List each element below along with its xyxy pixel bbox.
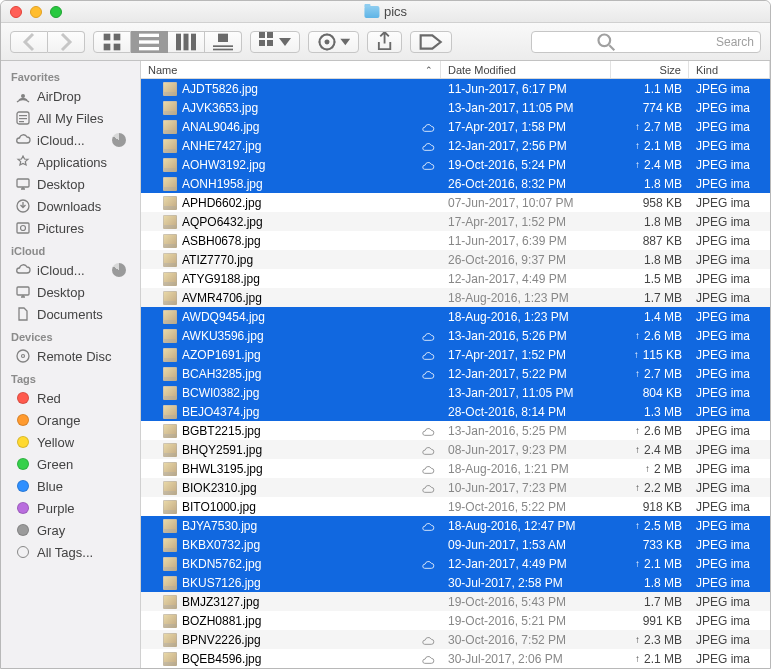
file-row[interactable]: AWKU3596.jpg13-Jan-2016, 5:26 PM2.6 MBJP…: [141, 326, 770, 345]
sidebar-item[interactable]: Desktop: [1, 173, 140, 195]
coverflow-view-button[interactable]: [205, 31, 242, 53]
file-icon: [163, 272, 177, 286]
file-row[interactable]: BHWL3195.jpg18-Aug-2016, 1:21 PM2 MBJPEG…: [141, 459, 770, 478]
file-row[interactable]: AJVK3653.jpg13-Jan-2017, 11:05 PM774 KBJ…: [141, 98, 770, 117]
file-row[interactable]: BIOK2310.jpg10-Jun-2017, 7:23 PM2.2 MBJP…: [141, 478, 770, 497]
column-size[interactable]: Size: [611, 61, 689, 78]
file-row[interactable]: BPNV2226.jpg30-Oct-2016, 7:52 PM2.3 MBJP…: [141, 630, 770, 649]
file-row[interactable]: BITO1000.jpg19-Oct-2016, 5:22 PM918 KBJP…: [141, 497, 770, 516]
sidebar-item[interactable]: Gray: [1, 519, 140, 541]
sidebar-item[interactable]: Remote Disc: [1, 345, 140, 367]
column-kind[interactable]: Kind: [689, 61, 770, 78]
file-name: BCAH3285.jpg: [182, 367, 261, 381]
svg-rect-14: [267, 32, 273, 38]
sidebar-item[interactable]: All My Files: [1, 107, 140, 129]
file-name: AONH1958.jpg: [182, 177, 263, 191]
sidebar-item[interactable]: Documents: [1, 303, 140, 325]
sidebar-item-label: Green: [37, 457, 73, 472]
file-kind: JPEG ima: [689, 595, 770, 609]
file-icon: [163, 481, 177, 495]
column-name[interactable]: Name⌃: [141, 61, 441, 78]
file-row[interactable]: BHQY2591.jpg08-Jun-2017, 9:23 PM2.4 MBJP…: [141, 440, 770, 459]
search-field[interactable]: Search: [531, 31, 761, 53]
file-row[interactable]: AWDQ9454.jpg18-Aug-2016, 1:23 PM1.4 MBJP…: [141, 307, 770, 326]
sidebar-item[interactable]: Red: [1, 387, 140, 409]
file-row[interactable]: BCAH3285.jpg12-Jan-2017, 5:22 PM2.7 MBJP…: [141, 364, 770, 383]
file-row[interactable]: APHD6602.jpg07-Jun-2017, 10:07 PM958 KBJ…: [141, 193, 770, 212]
sidebar-item[interactable]: Blue: [1, 475, 140, 497]
file-size: 1.7 MB: [611, 291, 689, 305]
sidebar-item[interactable]: Orange: [1, 409, 140, 431]
file-row[interactable]: ANAL9046.jpg17-Apr-2017, 1:58 PM2.7 MBJP…: [141, 117, 770, 136]
cloud-icon: [421, 521, 435, 531]
back-button[interactable]: [10, 31, 48, 53]
icon-view-button[interactable]: [93, 31, 131, 53]
file-name: BPNV2226.jpg: [182, 633, 261, 647]
file-name: ATYG9188.jpg: [182, 272, 260, 286]
file-name: BKUS7126.jpg: [182, 576, 261, 590]
file-row[interactable]: BMJZ3127.jpg19-Oct-2016, 5:43 PM1.7 MBJP…: [141, 592, 770, 611]
sidebar-item[interactable]: Yellow: [1, 431, 140, 453]
svg-rect-11: [213, 45, 233, 47]
file-row[interactable]: BJYA7530.jpg18-Aug-2016, 12:47 PM2.5 MBJ…: [141, 516, 770, 535]
file-icon: [163, 177, 177, 191]
file-row[interactable]: BKBX0732.jpg09-Jun-2017, 1:53 AM733 KBJP…: [141, 535, 770, 554]
tags-button[interactable]: [410, 31, 451, 53]
file-row[interactable]: AOHW3192.jpg19-Oct-2016, 5:24 PM2.4 MBJP…: [141, 155, 770, 174]
list-view-button[interactable]: [131, 31, 168, 53]
file-row[interactable]: BKUS7126.jpg30-Jul-2017, 2:58 PM1.8 MBJP…: [141, 573, 770, 592]
file-row[interactable]: AJDT5826.jpg11-Jun-2017, 6:17 PM1.1 MBJP…: [141, 79, 770, 98]
sidebar-item[interactable]: AirDrop: [1, 85, 140, 107]
file-kind: JPEG ima: [689, 386, 770, 400]
file-row[interactable]: AONH1958.jpg26-Oct-2016, 8:32 PM1.8 MBJP…: [141, 174, 770, 193]
cloud-icon: [421, 350, 435, 360]
file-row[interactable]: BKDN5762.jpg12-Jan-2017, 4:49 PM2.1 MBJP…: [141, 554, 770, 573]
sidebar-item[interactable]: Applications: [1, 151, 140, 173]
sidebar-item[interactable]: Green: [1, 453, 140, 475]
file-row[interactable]: ATIZ7770.jpg26-Oct-2016, 9:37 PM1.8 MBJP…: [141, 250, 770, 269]
file-row[interactable]: AVMR4706.jpg18-Aug-2016, 1:23 PM1.7 MBJP…: [141, 288, 770, 307]
file-name: ANAL9046.jpg: [182, 120, 259, 134]
file-name: AWDQ9454.jpg: [182, 310, 265, 324]
file-row[interactable]: BEJO4374.jpg28-Oct-2016, 8:14 PM1.3 MBJP…: [141, 402, 770, 421]
sidebar-item[interactable]: Desktop: [1, 281, 140, 303]
file-row[interactable]: AZOP1691.jpg17-Apr-2017, 1:52 PM115 KBJP…: [141, 345, 770, 364]
sidebar-item[interactable]: Pictures: [1, 217, 140, 239]
column-view-button[interactable]: [168, 31, 205, 53]
column-date[interactable]: Date Modified: [441, 61, 611, 78]
cloud-icon: [421, 654, 435, 664]
file-row[interactable]: AQPO6432.jpg17-Apr-2017, 1:52 PM1.8 MBJP…: [141, 212, 770, 231]
file-row[interactable]: ASBH0678.jpg11-Jun-2017, 6:39 PM887 KBJP…: [141, 231, 770, 250]
file-size: 918 KB: [611, 500, 689, 514]
file-date: 12-Jan-2017, 4:49 PM: [441, 557, 611, 571]
action-button[interactable]: [308, 31, 359, 53]
sidebar-item[interactable]: Downloads: [1, 195, 140, 217]
sidebar-item-label: Orange: [37, 413, 80, 428]
sidebar-item[interactable]: Purple: [1, 497, 140, 519]
forward-button[interactable]: [48, 31, 85, 53]
file-row[interactable]: ATYG9188.jpg12-Jan-2017, 4:49 PM1.5 MBJP…: [141, 269, 770, 288]
cloud-icon: [421, 483, 435, 493]
file-icon: [163, 348, 177, 362]
file-row[interactable]: BCWI0382.jpg13-Jan-2017, 11:05 PM804 KBJ…: [141, 383, 770, 402]
close-button[interactable]: [10, 6, 22, 18]
arrange-button[interactable]: [250, 31, 300, 53]
file-name: AZOP1691.jpg: [182, 348, 261, 362]
sidebar-item[interactable]: iCloud...: [1, 129, 140, 151]
share-button[interactable]: [367, 31, 402, 53]
sidebar-item[interactable]: All Tags...: [1, 541, 140, 563]
file-size: 1.8 MB: [611, 576, 689, 590]
maximize-button[interactable]: [50, 6, 62, 18]
file-row[interactable]: BGBT2215.jpg13-Jan-2016, 5:25 PM2.6 MBJP…: [141, 421, 770, 440]
cloud-icon: [421, 559, 435, 569]
file-row[interactable]: BQEB4596.jpg30-Jul-2017, 2:06 PM2.1 MBJP…: [141, 649, 770, 668]
file-row[interactable]: ANHE7427.jpg12-Jan-2017, 2:56 PM2.1 MBJP…: [141, 136, 770, 155]
file-row[interactable]: BOZH0881.jpg19-Oct-2016, 5:21 PM991 KBJP…: [141, 611, 770, 630]
file-date: 18-Aug-2016, 1:21 PM: [441, 462, 611, 476]
file-icon: [163, 291, 177, 305]
file-list[interactable]: AJDT5826.jpg11-Jun-2017, 6:17 PM1.1 MBJP…: [141, 79, 770, 668]
minimize-button[interactable]: [30, 6, 42, 18]
file-kind: JPEG ima: [689, 500, 770, 514]
sidebar-item[interactable]: iCloud...: [1, 259, 140, 281]
svg-rect-2: [104, 43, 111, 50]
